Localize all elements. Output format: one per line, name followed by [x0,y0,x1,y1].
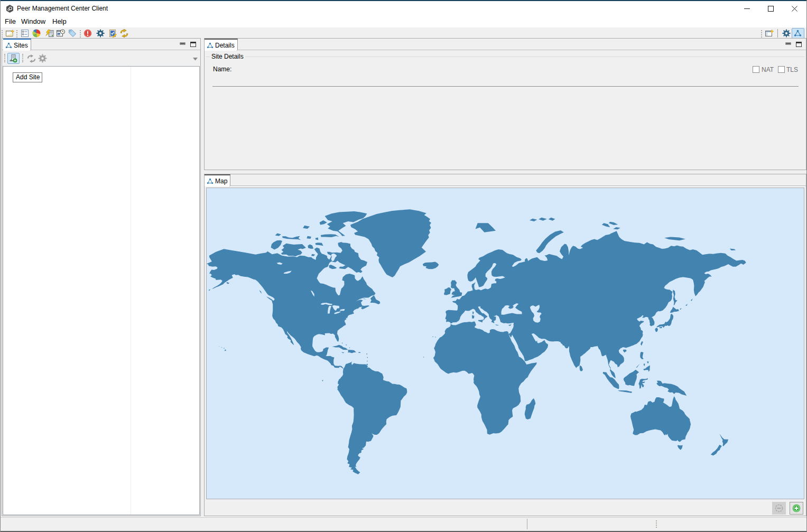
svg-text:12: 12 [58,33,61,35]
